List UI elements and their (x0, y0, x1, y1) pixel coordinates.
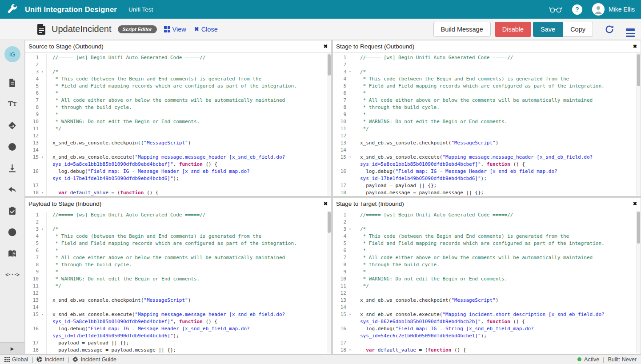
code-line[interactable]: 14 (333, 147, 641, 154)
integration-avatar[interactable]: IG (4, 46, 20, 62)
code-line[interactable]: 6 * (25, 90, 331, 97)
code-line[interactable]: 10 * WARNING: Do not edit the Begin or E… (25, 118, 331, 125)
code-line[interactable]: 12 (333, 290, 641, 297)
code-line[interactable]: 3▾/* (25, 226, 331, 233)
code-line[interactable]: 10 * WARNING: Do not edit the Begin or E… (333, 118, 641, 125)
refresh-button[interactable] (605, 24, 614, 34)
code-line[interactable]: 11 */ (333, 125, 641, 132)
code-line[interactable]: 3▾/* (333, 68, 641, 76)
code-line[interactable]: 12 (25, 290, 331, 297)
code-line[interactable]: 1//===== [ws] Begin Unifi Auto Generated… (25, 212, 331, 219)
code-line[interactable]: 1//===== [ws] Begin Unifi Auto Generated… (333, 212, 641, 219)
code-line[interactable]: 8 * through the build cycle. (333, 261, 641, 268)
code-line[interactable]: 5 * Field and Field mapping records whic… (333, 240, 641, 247)
code-line[interactable]: 6 * (333, 90, 641, 97)
scrollbar[interactable] (327, 53, 331, 196)
panel-close-icon[interactable]: ✖ (633, 44, 637, 49)
code-line[interactable]: 18▾ var default_value = (function () { (25, 189, 331, 196)
scrollbar-thumb[interactable] (328, 54, 331, 76)
code-line[interactable]: 12 (25, 132, 331, 140)
view-button[interactable]: View (164, 26, 186, 33)
code-line[interactable]: 18 payload.message = payload.message || … (333, 189, 641, 196)
scrollbar[interactable] (636, 211, 641, 353)
code-line[interactable]: sys_id=862e6dbb1b85b01090dfdb9ebd4bcb2b]… (333, 318, 641, 325)
code-line[interactable]: 7 * All code either above or below the c… (25, 97, 331, 104)
code-line[interactable]: 16 log.debug("Field map: IG - Message He… (333, 168, 641, 175)
scope-incident[interactable]: Incident (36, 356, 64, 363)
scrollbar-thumb[interactable] (637, 212, 640, 244)
code-line[interactable]: 15▾x_snd_eb.ws_console.execute("Mapping … (25, 311, 331, 318)
code-line[interactable]: 12 (333, 132, 641, 140)
code-line[interactable]: sys_id=17be1fde1b49b05090dfdb9ebd4bcbd6]… (333, 175, 641, 182)
code-icon[interactable]: <···> (7, 269, 18, 280)
play-icon[interactable] (7, 227, 18, 237)
code-line[interactable]: 13x_snd_eb.ws_console.checkpoint("Messag… (25, 297, 331, 304)
code-line[interactable]: 2 (333, 61, 641, 68)
code-line[interactable]: 6 * (25, 247, 331, 254)
code-line[interactable]: 14 (25, 304, 331, 311)
code-line[interactable]: 2 (25, 219, 331, 226)
expand-arrow-icon[interactable]: ▶ (0, 342, 24, 354)
close-button[interactable]: ✖ Close (194, 26, 218, 33)
code-line[interactable]: 8 * through the build cycle. (333, 104, 641, 111)
code-line[interactable]: 17 (333, 340, 641, 347)
code-line[interactable]: 7 * All code either above or below the c… (25, 254, 331, 261)
code-line[interactable]: sys_id=17be1fde1b49b05090dfdb9ebd4bcbd6]… (25, 332, 331, 340)
code-line[interactable]: 11 */ (25, 125, 331, 132)
code-line[interactable]: 15▾x_snd_eb.ws_console.execute("Mapping … (333, 311, 641, 318)
scrollbar-thumb[interactable] (328, 212, 331, 233)
panel-close-icon[interactable]: ✖ (633, 201, 637, 207)
code-line[interactable]: 9 * (25, 268, 331, 276)
undo-icon[interactable] (7, 184, 18, 195)
code-line[interactable]: 4 * This code (between the Begin and End… (333, 76, 641, 83)
code-line[interactable]: 7 * All code either above or below the c… (333, 254, 641, 261)
code-line[interactable]: 18▾ var default_value = (function () { (333, 347, 641, 354)
code-line[interactable]: sys_id=5a8ce1bb1b85b01090dfdb9ebd4bcbef]… (25, 161, 331, 168)
scrollbar-thumb[interactable] (637, 54, 640, 86)
code-line[interactable]: sys_id=5a8ce1bb1b85b01090dfdb9ebd4bcbef]… (25, 318, 331, 325)
text-format-icon[interactable]: TT (7, 99, 18, 109)
panel-close-icon[interactable]: ✖ (324, 201, 328, 207)
code-line[interactable]: 11 */ (25, 283, 331, 290)
code-line[interactable]: 18 payload.message = payload.message || … (25, 347, 331, 354)
code-line[interactable]: 9 * (25, 111, 331, 118)
code-editor[interactable]: 1//===== [ws] Begin Unifi Auto Generated… (333, 53, 641, 196)
code-line[interactable]: 9 * (333, 111, 641, 118)
code-line[interactable]: sys_id=54ec6c2e1b0db05090dfdb9ebd4bcbe1]… (333, 332, 641, 340)
code-line[interactable]: 11 */ (333, 283, 641, 290)
document-icon[interactable] (7, 77, 18, 88)
menu-icon[interactable] (626, 27, 635, 31)
code-line[interactable]: 17 payload = payload || {}; (333, 182, 641, 189)
code-line[interactable]: 9 * (333, 268, 641, 276)
build-message-button[interactable]: Build Message (433, 22, 491, 37)
code-line[interactable]: 14 (25, 147, 331, 154)
code-line[interactable]: 2 (25, 61, 331, 68)
code-line[interactable]: 13x_snd_eb.ws_console.checkpoint("Messag… (333, 140, 641, 147)
scope-global[interactable]: Global (4, 356, 28, 363)
code-line[interactable]: 2 (333, 219, 641, 226)
code-line[interactable]: 17 (25, 182, 331, 189)
code-line[interactable]: 15▾x_snd_eb.ws_console.execute("Mapping … (25, 154, 331, 161)
code-line[interactable]: 17 payload = payload || {}; (25, 340, 331, 347)
code-line[interactable]: 1//===== [ws] Begin Unifi Auto Generated… (25, 54, 331, 61)
history-icon[interactable] (7, 141, 18, 152)
scrollbar[interactable] (636, 53, 641, 196)
code-line[interactable]: 10 * WARNING: Do not edit the Begin or E… (333, 276, 641, 283)
code-line[interactable]: 16 log.debug("Field map: IG - Message He… (25, 168, 331, 175)
disable-button[interactable]: Disable (495, 22, 531, 37)
code-line[interactable]: 7 * All code either above or below the c… (333, 97, 641, 104)
code-line[interactable]: 5 * Field and Field mapping records whic… (25, 83, 331, 90)
user-menu[interactable]: Mike Ellis (592, 3, 635, 16)
code-editor[interactable]: 1//===== [ws] Begin Unifi Auto Generated… (333, 210, 641, 354)
code-line[interactable]: 14 (333, 304, 641, 311)
code-editor[interactable]: 1//===== [ws] Begin Unifi Auto Generated… (25, 210, 331, 354)
code-line[interactable]: sys_id=17be1fde1b49b05090dfdb9ebd4bcbd6]… (25, 175, 331, 182)
code-line[interactable]: 3▾/* (333, 226, 641, 233)
code-line[interactable]: 13x_snd_eb.ws_console.checkpoint("Messag… (333, 297, 641, 304)
tasks-icon[interactable] (7, 205, 18, 216)
help-icon[interactable]: ? (572, 4, 582, 15)
code-line[interactable]: 3▾/* (25, 68, 331, 76)
scrollbar[interactable] (327, 211, 331, 353)
code-line[interactable]: 13x_snd_eb.ws_console.checkpoint("Messag… (25, 140, 331, 147)
code-line[interactable]: 10 * WARNING: Do not edit the Begin or E… (25, 276, 331, 283)
